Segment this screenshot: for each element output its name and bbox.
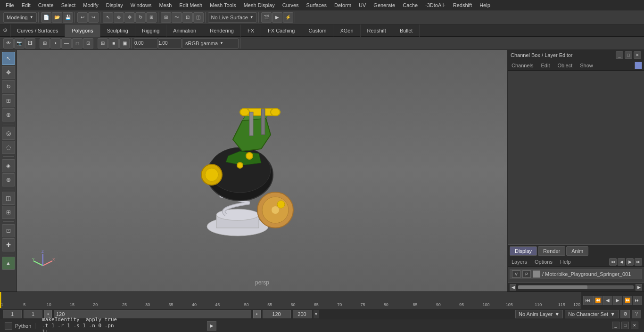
tab-fx[interactable]: FX — [241, 24, 261, 37]
menu-edit[interactable]: Edit — [18, 1, 34, 9]
minimize-btn[interactable]: _ — [612, 322, 619, 329]
menu-display[interactable]: Display — [102, 1, 127, 9]
ipr-btn[interactable]: ⚡ — [283, 12, 293, 23]
status-settings-btn[interactable]: ⚙ — [620, 310, 630, 318]
layer-nav-prev-btn[interactable]: ◀ — [618, 258, 625, 266]
menu-select[interactable]: Select — [58, 1, 80, 9]
tab-redshift[interactable]: Redshift — [361, 24, 393, 37]
layers-btn[interactable]: Layers — [510, 258, 529, 266]
save-file-btn[interactable]: 💾 — [63, 12, 73, 23]
render-settings-btn[interactable]: 🎬 — [261, 12, 272, 23]
menu-windows[interactable]: Windows — [127, 1, 156, 9]
tab-rigging[interactable]: Rigging — [135, 24, 166, 37]
tab-custom[interactable]: Custom — [302, 24, 334, 37]
layers-scroll-left-btn[interactable]: ◀ — [510, 284, 516, 291]
layers-scroll-right-btn[interactable]: ▶ — [636, 284, 642, 291]
layer-item[interactable]: V P / Motorbike_Playground_Springer_001 — [510, 269, 642, 279]
render-tab-btn[interactable]: Render — [538, 246, 565, 256]
python-label[interactable]: Python — [15, 323, 35, 329]
face-mode-btn[interactable]: ◻ — [72, 38, 83, 49]
timeline-ruler[interactable]: 1 5 10 15 20 25 30 35 40 45 50 55 60 65 … — [0, 292, 581, 309]
tab-bullet[interactable]: Bullet — [393, 24, 420, 37]
live-surface-dropdown[interactable]: No Live Surface ▼ — [208, 12, 257, 23]
tab-rendering[interactable]: Rendering — [203, 24, 241, 37]
go-end-btn[interactable]: ⏭ — [633, 296, 642, 305]
menu-cache[interactable]: Cache — [399, 1, 421, 9]
solid-btn[interactable]: ■ — [108, 38, 119, 49]
menu-help[interactable]: Help — [476, 1, 494, 9]
go-start-btn[interactable]: ⏮ — [583, 296, 593, 305]
tab-fx-caching[interactable]: FX Caching — [261, 24, 302, 37]
range-dropdown-btn[interactable]: ▼ — [314, 310, 319, 318]
menu-create[interactable]: Create — [34, 1, 58, 9]
texture-btn[interactable]: ▣ — [119, 38, 130, 49]
channel-box-expand-btn[interactable]: □ — [625, 51, 632, 59]
uvs-mode-btn[interactable]: ⊡ — [83, 38, 93, 49]
menu-edit-mesh[interactable]: Edit Mesh — [175, 1, 206, 9]
vert-mode-btn[interactable]: • — [50, 38, 61, 49]
layer-color-swatch[interactable] — [533, 270, 540, 278]
lasso-btn[interactable]: ◌ — [2, 141, 15, 154]
layer-nav-first-btn[interactable]: ⏮ — [609, 258, 617, 266]
menu-3dtall[interactable]: -3DtoAll- — [421, 1, 449, 9]
move-btn[interactable]: ✥ — [124, 12, 135, 23]
move-tool-btn[interactable]: ✥ — [2, 66, 15, 79]
show-btn[interactable]: Show — [578, 62, 595, 69]
anim-layer-dropdown[interactable]: No Anim Layer ▼ — [515, 310, 563, 318]
xray-btn[interactable]: ◫ — [2, 192, 15, 205]
snap-btn[interactable]: ⊡ — [2, 224, 15, 237]
options-btn[interactable]: Options — [533, 258, 554, 266]
obj-mode-btn[interactable]: ⊞ — [40, 38, 50, 49]
play-back-btn[interactable]: ◀ — [603, 296, 612, 305]
edit-btn[interactable]: Edit — [539, 62, 552, 69]
layer-playback-btn[interactable]: P — [522, 270, 531, 278]
cam-btn[interactable]: 📷 — [14, 38, 25, 49]
tab-sculpting[interactable]: Sculpting — [100, 24, 135, 37]
workspace-dropdown[interactable]: Modeling ▼ — [3, 12, 37, 23]
step-back-btn[interactable]: ⏪ — [593, 296, 603, 305]
menu-generate[interactable]: Generate — [370, 1, 399, 9]
transform-tool-btn[interactable]: ⊕ — [2, 108, 15, 121]
layers-scrollbar[interactable] — [518, 285, 634, 289]
color-swatch[interactable] — [635, 62, 642, 69]
show-isolate-btn[interactable]: ◈ — [2, 159, 15, 172]
view-btn[interactable]: 👁 — [3, 38, 14, 49]
tab-curves-surfaces[interactable]: Curves / Surfaces — [10, 24, 65, 37]
render-btn[interactable]: ▶ — [272, 12, 282, 23]
open-file-btn[interactable]: 📂 — [52, 12, 62, 23]
menu-deform[interactable]: Deform — [330, 1, 355, 9]
grid-btn[interactable]: ⊞ — [2, 206, 15, 219]
display-tab-btn[interactable]: Display — [510, 246, 537, 256]
gamma-dropdown[interactable]: sRGB gamma ▼ — [182, 38, 239, 49]
layer-nav-last-btn[interactable]: ⏭ — [635, 258, 642, 266]
viewport[interactable]: X Y Z persp — [17, 50, 507, 292]
restore-btn[interactable]: □ — [621, 322, 629, 329]
tab-animation[interactable]: Animation — [166, 24, 203, 37]
menu-surfaces[interactable]: Surfaces — [303, 1, 330, 9]
layer-nav-next-btn[interactable]: ▶ — [626, 258, 634, 266]
channels-btn[interactable]: Channels — [510, 62, 535, 69]
python-icon[interactable] — [5, 322, 12, 330]
scale-input[interactable] — [158, 38, 182, 49]
menu-redshift[interactable]: Redshift — [449, 1, 476, 9]
channel-box-close-btn[interactable]: ✕ — [634, 51, 641, 59]
soft-select-btn[interactable]: ◎ — [2, 127, 15, 140]
tab-xgen[interactable]: XGen — [333, 24, 360, 37]
undo-btn[interactable]: ↩ — [77, 12, 88, 23]
menu-modify[interactable]: Modify — [79, 1, 102, 9]
select-tool-btn[interactable]: ↖ — [103, 12, 113, 23]
char-set-dropdown[interactable]: No Character Set ▼ — [565, 310, 619, 318]
menu-mesh[interactable]: Mesh — [155, 1, 175, 9]
rotate-btn[interactable]: ↻ — [135, 12, 146, 23]
redo-btn[interactable]: ↪ — [88, 12, 99, 23]
tab-settings-icon[interactable]: ⚙ — [0, 24, 10, 37]
menu-uv[interactable]: UV — [355, 1, 370, 9]
step-fwd-btn[interactable]: ⏩ — [623, 296, 632, 305]
offset-input[interactable] — [134, 38, 157, 49]
python-run-btn[interactable]: ▶ — [207, 321, 216, 331]
snap-surface-btn[interactable]: ◫ — [193, 12, 204, 23]
scale-btn[interactable]: ⊞ — [146, 12, 157, 23]
snap-point-btn[interactable]: ⊡ — [182, 12, 193, 23]
channel-box-collapse-btn[interactable]: _ — [616, 51, 623, 59]
play-fwd-btn[interactable]: ▶ — [613, 296, 622, 305]
